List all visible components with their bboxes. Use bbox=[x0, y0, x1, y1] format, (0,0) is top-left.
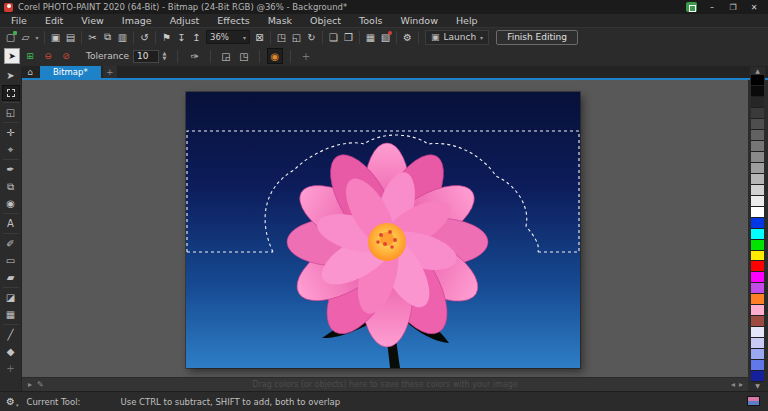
print-icon[interactable]: ▤ bbox=[63, 30, 78, 45]
palette-up-arrow[interactable]: ▲ bbox=[750, 67, 765, 75]
text-tool[interactable]: A bbox=[2, 216, 20, 232]
contract-selection-icon[interactable]: ◳ bbox=[236, 48, 252, 64]
crop-border-icon[interactable]: ❏ bbox=[326, 30, 341, 45]
color-swatch[interactable] bbox=[751, 196, 764, 207]
menu-item[interactable]: Window bbox=[391, 14, 446, 27]
color-swatch[interactable] bbox=[751, 218, 764, 229]
menu-item[interactable]: Help bbox=[447, 14, 487, 27]
mask-subtractive-mode-button[interactable]: ⊖ bbox=[40, 48, 56, 64]
feather-mask-icon[interactable]: ✑ bbox=[187, 48, 203, 64]
full-screen-preview-icon[interactable]: ⊠ bbox=[252, 30, 267, 45]
palette-scroll-right-icon[interactable]: ▸ bbox=[739, 380, 743, 389]
color-swatch[interactable] bbox=[751, 75, 764, 86]
zoom-level-select[interactable]: 36% ▾ bbox=[206, 30, 250, 44]
paper-size-icon[interactable]: ◱ bbox=[289, 30, 304, 45]
expand-selection-icon[interactable]: ◲ bbox=[218, 48, 234, 64]
color-swatch[interactable] bbox=[751, 163, 764, 174]
color-swatch[interactable] bbox=[751, 108, 764, 119]
rectangle-tool[interactable]: ▭ bbox=[2, 253, 20, 269]
color-swatch[interactable] bbox=[751, 152, 764, 163]
open-icon[interactable]: ▱ bbox=[18, 30, 33, 45]
resample-image-icon[interactable]: ◳ bbox=[274, 30, 289, 45]
color-swatch[interactable] bbox=[751, 371, 764, 382]
menu-item[interactable]: Effects bbox=[208, 14, 258, 27]
customize-plus-icon[interactable]: + bbox=[298, 48, 314, 64]
proof-colors-icon[interactable]: ▧ bbox=[378, 30, 393, 45]
menu-item[interactable]: Adjust bbox=[161, 14, 209, 27]
color-swatch[interactable] bbox=[751, 338, 764, 349]
red-eye-removal-tool[interactable]: ◉ bbox=[2, 196, 20, 212]
color-swatch[interactable] bbox=[751, 130, 764, 141]
color-swatch[interactable] bbox=[751, 119, 764, 130]
undo-icon[interactable]: ↺ bbox=[137, 30, 152, 45]
color-swatch[interactable] bbox=[751, 229, 764, 240]
menu-item[interactable]: View bbox=[72, 14, 113, 27]
menu-item[interactable]: Edit bbox=[36, 14, 72, 27]
crop-tool[interactable]: ◱ bbox=[2, 105, 20, 121]
color-swatch[interactable] bbox=[751, 283, 764, 294]
color-swatch[interactable] bbox=[751, 251, 764, 262]
open-dropdown-caret[interactable]: ▾ bbox=[33, 30, 41, 45]
restore-button[interactable]: ❐ bbox=[727, 3, 739, 12]
minimize-button[interactable]: – bbox=[706, 3, 718, 12]
color-swatch[interactable] bbox=[751, 174, 764, 185]
menu-item[interactable]: File bbox=[2, 14, 36, 27]
pan-tool[interactable]: ✛ bbox=[2, 125, 20, 141]
close-button[interactable]: ✕ bbox=[748, 3, 760, 12]
fill-tool[interactable]: ▦ bbox=[2, 307, 20, 323]
finish-editing-button[interactable]: Finish Editing bbox=[496, 30, 578, 45]
tab-bitmap[interactable]: Bitmap* bbox=[40, 66, 101, 78]
palette-handle-icon[interactable]: ▸ bbox=[28, 380, 32, 389]
object-transparency-tool[interactable]: ◪ bbox=[2, 290, 20, 306]
options-gear-icon[interactable]: ⚙ bbox=[400, 30, 415, 45]
tolerance-input[interactable]: 10 bbox=[133, 50, 159, 63]
add-tool-button[interactable]: + bbox=[2, 361, 20, 377]
mask-additive-mode-button[interactable]: ⊞ bbox=[22, 48, 38, 64]
grid-icon[interactable]: ▦ bbox=[363, 30, 378, 45]
paste-icon[interactable]: ▥ bbox=[115, 30, 130, 45]
clone-tool[interactable]: ⧉ bbox=[2, 179, 20, 195]
rectangle-mask-tool[interactable] bbox=[2, 85, 20, 101]
export-icon[interactable]: ↥ bbox=[189, 30, 204, 45]
store-icon[interactable] bbox=[686, 2, 697, 12]
menu-item[interactable]: Image bbox=[113, 14, 161, 27]
color-swatch[interactable] bbox=[751, 261, 764, 272]
color-swatch[interactable] bbox=[751, 316, 764, 327]
mask-xor-mode-button[interactable]: ⊘ bbox=[58, 48, 74, 64]
color-swatch[interactable] bbox=[751, 86, 764, 97]
acquire-image-icon[interactable]: ⚑ bbox=[159, 30, 174, 45]
pick-tool[interactable]: ➤ bbox=[2, 68, 20, 84]
menu-item[interactable]: Tools bbox=[350, 14, 391, 27]
launch-dropdown[interactable]: ▣ Launch ▾ bbox=[425, 30, 489, 45]
zoom-tool[interactable]: ⌖ bbox=[2, 142, 20, 158]
antialias-toggle[interactable]: ◉ bbox=[267, 48, 283, 64]
color-swatch[interactable] bbox=[751, 185, 764, 196]
color-swatch[interactable] bbox=[751, 360, 764, 371]
color-swatch[interactable] bbox=[751, 272, 764, 283]
mask-normal-mode-button[interactable]: ➤ bbox=[4, 48, 20, 64]
palette-scroll-left-icon[interactable]: ◂ bbox=[731, 380, 735, 389]
palette-edit-icon[interactable]: ✎ bbox=[37, 380, 44, 389]
paint-tool[interactable]: ✐ bbox=[2, 236, 20, 252]
menu-item[interactable]: Mask bbox=[259, 14, 301, 27]
import-icon[interactable]: ↧ bbox=[174, 30, 189, 45]
spinner-down-icon[interactable]: ▼ bbox=[160, 56, 169, 61]
color-indicator-swatch[interactable] bbox=[747, 396, 760, 406]
touch-up-tool[interactable]: ╱ bbox=[2, 327, 20, 343]
save-icon[interactable]: ▣ bbox=[48, 30, 63, 45]
palette-down-arrow[interactable]: ▼ bbox=[750, 382, 765, 390]
new-tab-button[interactable]: + bbox=[103, 66, 117, 78]
shape-tool[interactable]: ◆ bbox=[2, 344, 20, 360]
status-gear-icon[interactable]: ⚙ bbox=[6, 396, 15, 407]
color-swatch[interactable] bbox=[751, 349, 764, 360]
tolerance-spinner[interactable]: ▲ ▼ bbox=[160, 51, 169, 61]
copy-icon[interactable]: ⧉ bbox=[100, 30, 115, 45]
color-swatch[interactable] bbox=[751, 97, 764, 108]
menu-item[interactable]: Object bbox=[301, 14, 350, 27]
color-swatch[interactable] bbox=[751, 305, 764, 316]
canvas-image[interactable] bbox=[186, 92, 580, 368]
color-swatch[interactable] bbox=[751, 141, 764, 152]
eraser-tool[interactable]: ▰ bbox=[2, 270, 20, 286]
rotate-image-icon[interactable]: ↻ bbox=[304, 30, 319, 45]
eyedropper-tool[interactable]: ✒ bbox=[2, 162, 20, 178]
